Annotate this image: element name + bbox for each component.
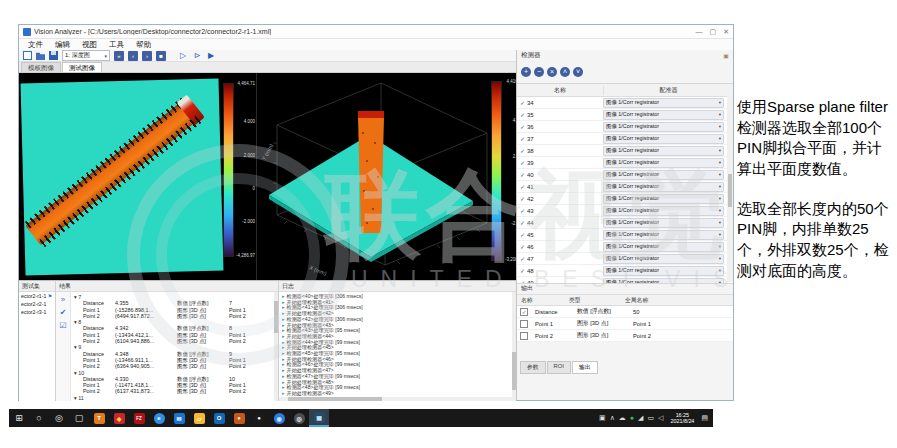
- notification-center-icon[interactable]: ▤: [701, 409, 708, 427]
- registrator-dropdown[interactable]: 图像 1/Corr registrator▾: [603, 134, 724, 144]
- remove-detector-button[interactable]: −: [534, 67, 544, 77]
- registrator-dropdown[interactable]: 图像 1/Corr registrator▾: [603, 218, 724, 228]
- menu-item-3[interactable]: 工具: [103, 40, 130, 50]
- registrator-dropdown[interactable]: 图像 1/Corr registrator▾: [603, 242, 724, 252]
- validate-results-button[interactable]: ✔: [60, 309, 67, 317]
- vision-analyzer-app-icon[interactable]: ▦: [309, 409, 329, 427]
- detector-row[interactable]: ✓42图像 1/Corr registrator▾: [517, 193, 733, 205]
- results-tree[interactable]: ▾ 7Distance4.355数值 [浮点数]7Point 1(-15286.…: [71, 292, 278, 401]
- open-file-icon[interactable]: [36, 51, 45, 60]
- run-once-button[interactable]: ▷: [178, 51, 188, 61]
- registrator-dropdown[interactable]: 图像 1/Corr registrator▾: [603, 146, 724, 156]
- run-results-button[interactable]: »: [61, 296, 65, 304]
- detector-row[interactable]: ✓36图像 1/Corr registrator▾: [517, 121, 733, 133]
- start-button[interactable]: ⊞: [9, 409, 29, 427]
- top-view-3d[interactable]: 4,464.714.0002.0000-2.000-4,286.97: [19, 73, 257, 280]
- detector-checkbox-cell[interactable]: ✓45: [517, 231, 603, 238]
- detector-row[interactable]: ✓47图像 1/Corr registrator▾: [517, 253, 733, 265]
- output-row[interactable]: Point 1图形 [3D 点]Point 1: [517, 318, 733, 330]
- detector-row[interactable]: ✓39图像 1/Corr registrator▾: [517, 157, 733, 169]
- detector-row[interactable]: ✓45图像 1/Corr registrator▾: [517, 229, 733, 241]
- detector-checkbox-cell[interactable]: ✓47: [517, 255, 603, 262]
- red-app-icon[interactable]: ◆: [109, 409, 129, 427]
- mail-app-icon[interactable]: ✉: [169, 409, 189, 427]
- detector-checkbox-cell[interactable]: ✓38: [517, 147, 603, 154]
- detector-checkbox-cell[interactable]: ✓44: [517, 219, 603, 226]
- subtab-0[interactable]: 参数: [520, 361, 546, 374]
- stop-button[interactable]: ■: [156, 51, 166, 61]
- detector-checkbox-cell[interactable]: ✓41: [517, 183, 603, 190]
- detector-row[interactable]: ✓41图像 1/Corr registrator▾: [517, 181, 733, 193]
- browser-app-icon[interactable]: ◉: [269, 409, 289, 427]
- subtab-2[interactable]: 输出: [572, 361, 598, 374]
- cloud-icon[interactable]: ☁: [619, 409, 626, 427]
- explorer-app-icon[interactable]: ▱: [189, 409, 209, 427]
- qq-app-icon[interactable]: ●: [249, 409, 269, 427]
- detector-checkbox-cell[interactable]: ✓35: [517, 111, 603, 118]
- detector-row[interactable]: ✓35图像 1/Corr registrator▾: [517, 109, 733, 121]
- menu-item-2[interactable]: 视图: [76, 40, 103, 50]
- close-button[interactable]: ✕: [723, 28, 729, 36]
- detector-scrollbar[interactable]: [727, 95, 733, 282]
- detector-row[interactable]: ✓34图像 1/Corr registrator▾: [517, 97, 733, 109]
- perspective-view-3d[interactable]: X (mm) Y (mm) Z (mm) 4,416.714.0002.0000…: [257, 73, 516, 280]
- taskbar-clock[interactable]: 16:25 2021/8/24: [667, 412, 697, 425]
- detector-checkbox-cell[interactable]: ✓40: [517, 171, 603, 178]
- output-checkbox[interactable]: [520, 320, 528, 328]
- detector-row[interactable]: ✓43图像 1/Corr registrator▾: [517, 205, 733, 217]
- registrator-dropdown[interactable]: 图像 1/Corr registrator▾: [603, 182, 724, 192]
- filezilla-app-icon[interactable]: FZ: [129, 409, 149, 427]
- output-row[interactable]: ✓Distance数值 [浮点数]50: [517, 306, 733, 318]
- run-all-button[interactable]: ▶: [206, 51, 216, 61]
- registrator-dropdown[interactable]: 图像 1/Corr registrator▾: [603, 194, 724, 204]
- volume-icon[interactable]: ◁: [658, 409, 663, 427]
- menu-item-0[interactable]: 文件: [22, 40, 49, 50]
- task-view-button[interactable]: ▢: [69, 409, 89, 427]
- wechat-app-icon[interactable]: ●: [229, 409, 249, 427]
- registrator-dropdown[interactable]: 图像 1/Corr registrator▾: [603, 254, 724, 264]
- minimize-button[interactable]: —: [696, 28, 703, 36]
- background-app-icon[interactable]: ▣: [599, 409, 606, 427]
- move-up-button[interactable]: ˄: [560, 67, 570, 77]
- outlook-app-icon[interactable]: O: [209, 409, 229, 427]
- output-checkbox[interactable]: ✓: [520, 308, 528, 316]
- registrator-dropdown[interactable]: 图像 1/Corr registrator▾: [603, 110, 724, 120]
- detector-checkbox-cell[interactable]: ✓37: [517, 135, 603, 142]
- new-file-icon[interactable]: [23, 51, 32, 60]
- detector-checkbox-cell[interactable]: ✓36: [517, 123, 603, 130]
- subtab-1[interactable]: ROI: [547, 361, 571, 374]
- registrator-dropdown[interactable]: 图像 1/Corr registrator▾: [603, 230, 724, 240]
- detector-checkbox-cell[interactable]: ✓39: [517, 159, 603, 166]
- log-list[interactable]: ▸检测器<40>处理完毕 [306 msecs]▸开始处理检测器<41>▸检测器…: [279, 292, 516, 401]
- detector-checkbox-cell[interactable]: ✓43: [517, 207, 603, 214]
- detector-checkbox-cell[interactable]: ✓48: [517, 267, 603, 274]
- registrator-dropdown[interactable]: 图像 1/Corr registrator▾: [603, 170, 724, 180]
- detector-checkbox-cell[interactable]: ✓46: [517, 243, 603, 250]
- registrator-dropdown[interactable]: 图像 1/Corr registrator▾: [603, 206, 724, 216]
- output-checkbox[interactable]: [520, 332, 528, 340]
- log-hscrollbar[interactable]: [279, 397, 512, 401]
- output-row[interactable]: Point 2图形 [3D 点]Point 2: [517, 330, 733, 342]
- checklist-button[interactable]: ☑: [59, 322, 66, 330]
- move-down-button[interactable]: ˅: [573, 67, 583, 77]
- run-step-button[interactable]: ⊳: [192, 51, 202, 61]
- image-tab-1[interactable]: 测试图像: [62, 62, 102, 72]
- edge-app-icon[interactable]: e: [149, 409, 169, 427]
- registrator-dropdown[interactable]: 图像 1/Corr registrator▾: [603, 158, 724, 168]
- registrator-dropdown[interactable]: 图像 1/Corr registrator▾: [603, 266, 724, 276]
- network-icon[interactable]: ◢: [638, 409, 643, 427]
- detector-checkbox-cell[interactable]: ✓34: [517, 99, 603, 106]
- detector-row[interactable]: ✓37图像 1/Corr registrator▾: [517, 133, 733, 145]
- detector-checkbox-cell[interactable]: ✓42: [517, 195, 603, 202]
- view-select-combo[interactable]: 1: 深度图▾: [62, 50, 110, 61]
- detector-row[interactable]: ✓40图像 1/Corr registrator▾: [517, 169, 733, 181]
- cortana-button[interactable]: ◎: [49, 409, 69, 427]
- next-image-button[interactable]: ›: [142, 51, 152, 61]
- steam-app-icon[interactable]: ◎: [289, 409, 309, 427]
- registrator-dropdown[interactable]: 图像 1/Corr registrator▾: [603, 122, 724, 132]
- detector-row[interactable]: ✓44图像 1/Corr registrator▾: [517, 217, 733, 229]
- todesk-app-icon[interactable]: T: [89, 409, 109, 427]
- hidden-icons-chevron[interactable]: ∧: [610, 409, 615, 427]
- save-file-icon[interactable]: [49, 51, 58, 60]
- first-image-button[interactable]: «: [114, 51, 124, 61]
